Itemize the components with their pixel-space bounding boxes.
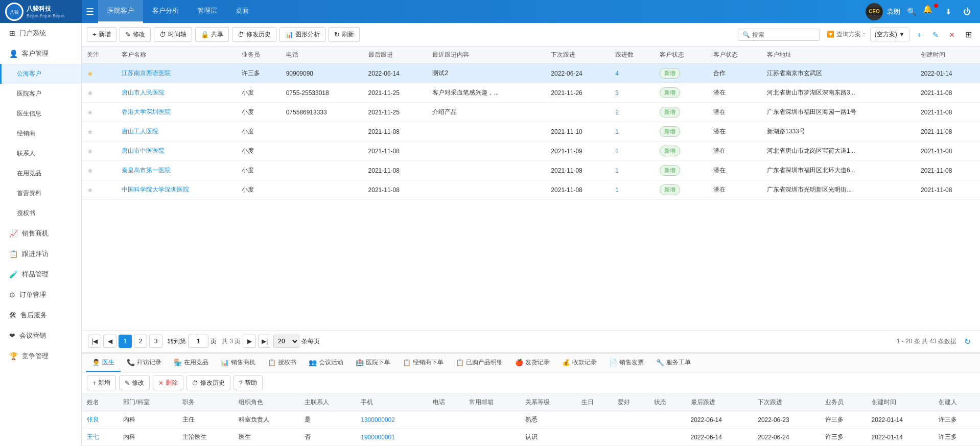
doctor-link[interactable]: 张良 <box>87 416 99 423</box>
cell-star[interactable]: ★ <box>82 64 116 83</box>
cell-star[interactable]: ★ <box>82 103 116 122</box>
detail-tab-products[interactable]: 📋 已购产品明细 <box>450 354 509 372</box>
col-next-follow[interactable]: 下次跟进 <box>546 46 610 64</box>
view-toggle-icon[interactable]: ⊞ <box>962 28 975 41</box>
table-row[interactable]: ★ 唐山工人医院 小度 2021-11-08 2021-11-10 1 新增 潜… <box>82 122 980 142</box>
table-row[interactable]: ★ 中国科学院大学深圳医院 小度 2021-11-08 2021-11-08 1… <box>82 180 980 200</box>
table-row[interactable]: ★ 香港大学深圳医院 小度 075586913333 2021-11-25 介绍… <box>82 103 980 122</box>
col-address[interactable]: 客户地址 <box>762 46 916 64</box>
col-last-follow[interactable]: 最后跟进 <box>363 46 428 64</box>
detail-tab-sales[interactable]: 📊 销售商机 <box>215 354 262 372</box>
customer-link[interactable]: 唐山工人医院 <box>122 128 158 135</box>
page-first-btn[interactable]: |◀ <box>88 335 101 348</box>
detail-table-row[interactable]: 张良 内科 主任 科室负责人 是 1300000002 熟悉 2022-06-1… <box>82 411 980 429</box>
sidebar-item-doctor-info[interactable]: 医生信息 <box>0 104 81 124</box>
detail-tab-doctor[interactable]: 👨‍⚕️ 医生 <box>86 354 121 372</box>
table-row[interactable]: ★ 唐山市人民医院 小度 0755-25533018 2021-11-25 客户… <box>82 83 980 103</box>
detail-tab-dealer-order[interactable]: 📋 经销商下单 <box>396 354 450 372</box>
sidebar-item-portal[interactable]: ⊞ 门户系统 <box>0 23 81 43</box>
sidebar-item-aftersale[interactable]: 🛠 售后服务 <box>0 305 81 325</box>
detail-tab-auth[interactable]: 📋 授权书 <box>262 354 302 372</box>
detail-table-row[interactable]: 王七 内科 主治医生 医生 否 1900000001 认识 2022-06-14… <box>82 429 980 446</box>
chart-button[interactable]: 📊 图形分析 <box>279 27 325 42</box>
page-2-btn[interactable]: 2 <box>134 335 147 348</box>
col-created[interactable]: 创建时间 <box>916 46 980 64</box>
detail-tab-payment[interactable]: 💰 收款记录 <box>556 354 603 372</box>
table-row[interactable]: ★ 江苏南京西语医院 许三多 90909090 2022-06-14 测试2 2… <box>82 64 980 83</box>
search-input[interactable] <box>752 31 813 38</box>
count-link[interactable]: 1 <box>615 186 619 194</box>
count-link[interactable]: 1 <box>615 148 619 155</box>
page-1-btn[interactable]: 1 <box>119 335 132 348</box>
sidebar-item-sales-opp[interactable]: 📈 销售商机 <box>0 223 81 244</box>
sidebar-item-competition[interactable]: 🏆 竞争管理 <box>0 346 81 366</box>
filter-value[interactable]: (空方案) ▼ <box>870 28 909 41</box>
sidebar-item-competitor-product[interactable]: 在用竞品 <box>0 163 81 183</box>
sidebar-item-first-sale[interactable]: 首营资料 <box>0 183 81 203</box>
customer-link[interactable]: 江苏南京西语医院 <box>122 69 171 77</box>
per-page-select[interactable]: 20 50 100 <box>273 335 299 348</box>
col-count[interactable]: 跟进数 <box>610 46 655 64</box>
count-link[interactable]: 4 <box>615 70 619 77</box>
detail-tab-invoice[interactable]: 📄 销售发票 <box>603 354 650 372</box>
sidebar-item-followup[interactable]: 📋 跟进拜访 <box>0 244 81 264</box>
cell-star[interactable]: ★ <box>82 83 116 103</box>
col-last-content[interactable]: 最近跟进内容 <box>427 46 546 64</box>
search-nav-icon[interactable]: 🔍 <box>904 5 919 19</box>
detail-tab-meeting[interactable]: 👥 会议活动 <box>302 354 349 372</box>
count-link[interactable]: 1 <box>615 167 619 174</box>
sidebar-item-dealer[interactable]: 经销商 <box>0 124 81 144</box>
nav-item-management[interactable]: 管理层 <box>188 0 226 23</box>
sidebar-item-event[interactable]: ❤ 会议营销 <box>0 325 81 346</box>
sidebar-item-hospital-customer[interactable]: 医院客户 <box>0 84 81 104</box>
customer-link[interactable]: 唐山市人民医院 <box>122 89 165 96</box>
sidebar-item-order[interactable]: ⊙ 订单管理 <box>0 285 81 305</box>
page-next-btn[interactable]: ▶ <box>243 335 256 348</box>
col-name[interactable]: 客户名称 <box>116 46 237 64</box>
detail-edit-button[interactable]: ✎ 修改 <box>119 375 150 390</box>
detail-history-button[interactable]: ⏱ 修改历史 <box>186 375 230 390</box>
customer-link[interactable]: 中国科学院大学深圳医院 <box>122 186 189 193</box>
customer-link[interactable]: 唐山市中医医院 <box>122 147 165 154</box>
cell-star[interactable]: ★ <box>82 122 116 142</box>
nav-item-hospital[interactable]: 医院客户 <box>98 0 143 23</box>
col-status1[interactable]: 客户状态 <box>655 46 708 64</box>
del-filter-icon[interactable]: ✕ <box>945 28 959 41</box>
sidebar-item-sample[interactable]: 🧪 样品管理 <box>0 264 81 285</box>
history-button[interactable]: ⏱ 修改历史 <box>232 27 276 42</box>
page-prev-btn[interactable]: ◀ <box>103 335 116 348</box>
refresh-button[interactable]: ↻ 刷新 <box>329 27 360 42</box>
nav-item-desktop[interactable]: 桌面 <box>226 0 258 23</box>
table-row[interactable]: ★ 秦皇岛市第一医院 小度 2021-11-08 2021-11-08 1 新增… <box>82 161 980 180</box>
detail-tab-hospital-order[interactable]: 🏥 医院下单 <box>349 354 396 372</box>
cell-star[interactable]: ★ <box>82 180 116 200</box>
star-icon[interactable]: ★ <box>87 89 94 97</box>
count-link[interactable]: 2 <box>615 109 619 116</box>
share-button[interactable]: 🔒 共享 <box>195 27 229 42</box>
customer-link[interactable]: 香港大学深圳医院 <box>122 108 171 115</box>
sidebar-item-public-customer[interactable]: 公海客户 <box>0 64 81 84</box>
add-filter-icon[interactable]: + <box>913 28 926 41</box>
detail-help-button[interactable]: ? 帮助 <box>234 375 263 390</box>
customer-link[interactable]: 秦皇岛市第一医院 <box>122 167 171 174</box>
star-icon[interactable]: ★ <box>87 128 94 136</box>
count-link[interactable]: 1 <box>615 128 619 135</box>
nav-item-analysis[interactable]: 客户分析 <box>143 0 188 23</box>
sidebar-item-contact[interactable]: 联系人 <box>0 144 81 163</box>
detail-tab-service[interactable]: 🔧 服务工单 <box>650 354 697 372</box>
user-name[interactable]: 袁朗 <box>887 7 900 16</box>
detail-del-button[interactable]: ✕ 删除 <box>153 375 183 390</box>
power-icon[interactable]: ⏻ <box>960 5 974 19</box>
col-status2[interactable]: 客户状态 <box>708 46 762 64</box>
cell-star[interactable]: ★ <box>82 161 116 180</box>
edit-button[interactable]: ✎ 修改 <box>120 27 151 42</box>
detail-tab-shipping[interactable]: 🍎 发货记录 <box>509 354 556 372</box>
col-agent[interactable]: 业务员 <box>237 46 281 64</box>
sidebar-item-customer-mgmt[interactable]: 👤 客户管理 <box>0 43 81 64</box>
detail-tab-visit[interactable]: 📞 拜访记录 <box>121 354 168 372</box>
star-icon[interactable]: ★ <box>87 167 94 175</box>
detail-tab-competitor[interactable]: 🏪 在用竞品 <box>168 354 215 372</box>
col-phone[interactable]: 电话 <box>281 46 363 64</box>
sidebar-item-auth-book[interactable]: 授权书 <box>0 203 81 223</box>
hamburger-menu-icon[interactable]: ☰ <box>82 6 98 17</box>
